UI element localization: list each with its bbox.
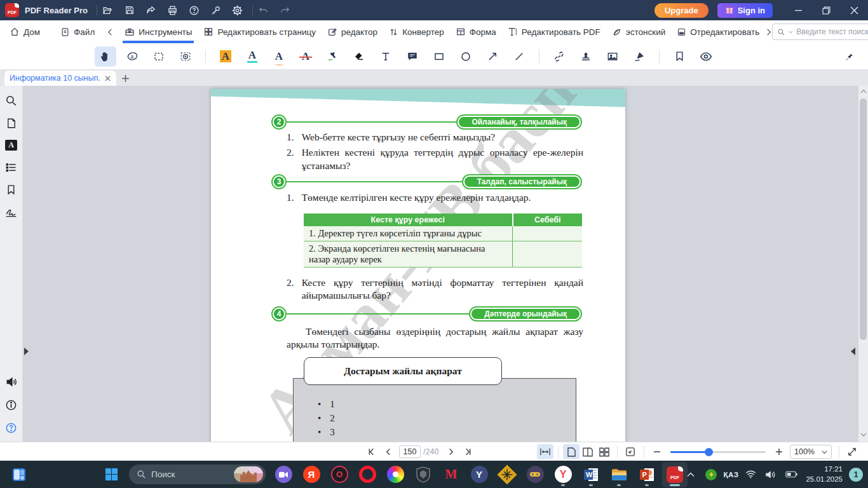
previous-page-button[interactable] — [380, 444, 397, 459]
close-button[interactable] — [840, 0, 868, 20]
taskbar-search-box[interactable]: Поиск — [129, 464, 266, 484]
next-page-button[interactable] — [442, 444, 459, 459]
arrow-tool[interactable] — [482, 46, 503, 67]
info-icon[interactable] — [5, 399, 17, 411]
menu-converter[interactable]: Конвертер — [383, 20, 450, 43]
right-panel-handle[interactable] — [851, 348, 855, 355]
taskbar-clock[interactable]: 17:21 25.01.2025 — [806, 464, 843, 484]
tray-antivirus-icon[interactable]: + — [703, 465, 719, 484]
sidebar-expand-handle[interactable] — [24, 348, 29, 355]
taskbar-y-navy-app[interactable]: Y — [466, 462, 492, 487]
zoom-slider[interactable] — [670, 451, 766, 453]
taskbar-yandex-browser-app[interactable]: Y — [550, 462, 576, 487]
sidebar-thumbnails-icon[interactable] — [6, 118, 17, 129]
sidebar-bookmark-icon[interactable] — [6, 184, 17, 195]
preview-eye-tool[interactable] — [695, 46, 717, 67]
zoom-in-button[interactable] — [771, 444, 787, 459]
widgets-button[interactable] — [6, 462, 32, 487]
text-box-tool[interactable] — [375, 46, 397, 67]
sidebar-search-icon[interactable] — [5, 95, 17, 107]
sidebar-outline-icon[interactable] — [5, 161, 17, 173]
taskbar-word-app[interactable]: W — [578, 462, 604, 487]
upgrade-button[interactable]: Upgrade — [654, 3, 709, 18]
sidebar-annotations-icon[interactable]: A — [5, 140, 17, 151]
stamp-tool[interactable] — [575, 46, 597, 67]
open-file-icon[interactable] — [97, 1, 119, 19]
taskbar-games-app[interactable] — [522, 462, 548, 487]
underline-tool[interactable]: A — [241, 46, 263, 67]
signature-tool[interactable] — [628, 46, 650, 67]
link-tool[interactable] — [548, 46, 570, 67]
multi-page-view-button[interactable] — [596, 444, 613, 459]
toolbar-search-box[interactable] — [772, 24, 868, 40]
scrollbar-thumb[interactable] — [860, 98, 867, 340]
ellipse-tool[interactable] — [455, 46, 477, 67]
volume-icon[interactable] — [763, 465, 779, 484]
taskbar-opera-gx-app[interactable]: O — [327, 462, 352, 487]
squiggly-underline-tool[interactable]: A — [268, 46, 290, 67]
two-page-view-button[interactable] — [580, 444, 596, 459]
fullscreen-button[interactable] — [844, 444, 860, 459]
menu-editor[interactable]: редактор — [322, 20, 383, 43]
zoom-slider-thumb[interactable] — [705, 448, 713, 456]
new-tab-button[interactable] — [116, 71, 134, 86]
page-scale-button[interactable] — [622, 444, 639, 459]
menu-edit-page[interactable]: Редактировать страницу — [198, 20, 321, 43]
taskbar-color-spiral-app[interactable] — [383, 462, 408, 487]
menu-home[interactable]: Дом — [4, 20, 46, 43]
read-aloud-icon[interactable] — [5, 376, 18, 388]
taskbar-gold-diamond-app[interactable] — [494, 462, 520, 487]
fit-width-button[interactable] — [537, 444, 553, 459]
eraser-tool[interactable] — [348, 46, 370, 67]
rectangle-tool[interactable] — [428, 46, 450, 67]
zoom-out-button[interactable] — [649, 444, 665, 459]
help-icon[interactable] — [184, 1, 205, 19]
redo-icon[interactable] — [275, 1, 296, 19]
notification-badge[interactable]: 1 — [849, 468, 863, 482]
text-select-tool[interactable]: a — [121, 46, 143, 67]
menu-edit-pdf[interactable]: Редактировать PDF — [502, 20, 606, 43]
taskbar-explorer-app[interactable] — [606, 462, 632, 487]
page-number-input[interactable] — [399, 445, 421, 458]
single-page-view-button[interactable] — [563, 444, 580, 459]
save-icon[interactable] — [119, 1, 140, 19]
pin-toolbar-icon[interactable] — [837, 46, 859, 67]
settings-gear-icon[interactable] — [227, 1, 248, 19]
menu-file[interactable]: Файл — [55, 20, 100, 43]
taskbar-powerpoint-app[interactable]: P — [634, 462, 660, 487]
first-page-button[interactable] — [363, 444, 380, 459]
menu-form[interactable]: Форма — [450, 20, 502, 43]
taskbar-yandex-app[interactable]: Я — [299, 462, 324, 487]
taskbar-world-of-tanks-app[interactable] — [410, 462, 436, 487]
undo-icon[interactable] — [253, 1, 275, 19]
search-input[interactable] — [796, 27, 868, 36]
sidebar-signature-icon[interactable] — [4, 206, 18, 219]
highlight-tool[interactable]: A — [215, 46, 236, 67]
menu-tools[interactable]: Инструменты — [119, 20, 198, 43]
zoom-level-dropdown[interactable]: 100% — [790, 445, 832, 459]
menu-scroll-right-icon[interactable] — [765, 20, 772, 43]
menu-redact[interactable]: Отредактировать — [671, 20, 765, 43]
document-tab[interactable]: Информатика 10 сынып... — [4, 71, 116, 86]
restore-button[interactable] — [812, 0, 840, 20]
line-tool[interactable] — [508, 46, 530, 67]
wifi-icon[interactable] — [742, 465, 759, 484]
scroll-up-icon[interactable] — [860, 86, 867, 97]
signin-button[interactable]: Sign in — [717, 3, 773, 18]
strikethrough-tool[interactable]: A — [295, 46, 316, 67]
minimize-button[interactable] — [784, 0, 812, 20]
bookmark-tool[interactable] — [668, 46, 690, 67]
menu-scroll-left-icon[interactable] — [107, 20, 114, 43]
tab-close-icon[interactable] — [104, 75, 111, 82]
note-comment-tool[interactable] — [402, 46, 423, 67]
print-icon[interactable] — [162, 1, 184, 19]
zoom-area-tool[interactable] — [175, 46, 196, 67]
vertical-scrollbar[interactable] — [858, 86, 868, 442]
taskbar-chat-camera-app[interactable] — [271, 462, 296, 487]
key-icon[interactable] — [205, 1, 227, 19]
taskbar-m-app[interactable]: М — [438, 462, 464, 487]
share-icon[interactable] — [140, 1, 162, 19]
help-question-icon[interactable] — [5, 422, 17, 434]
hand-tool[interactable] — [95, 46, 116, 67]
menu-estonian[interactable]: эстонский — [606, 20, 671, 43]
